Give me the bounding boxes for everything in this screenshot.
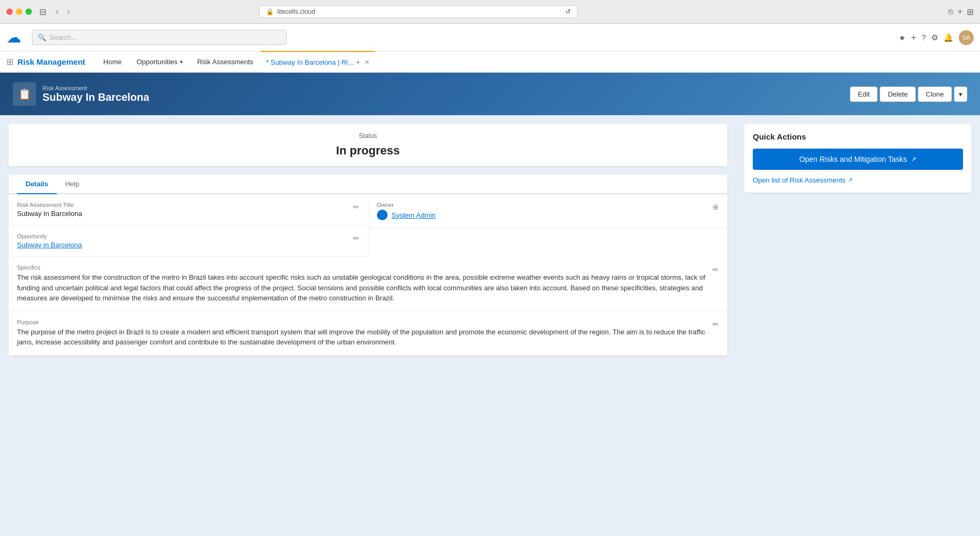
sidebar-toggle-button[interactable]: ⊟ [36, 6, 49, 18]
open-list-link[interactable]: Open list of Risk Assessments ↗ [753, 176, 963, 184]
setup-icon[interactable]: ⚙ [931, 33, 938, 42]
clone-button[interactable]: Clone [918, 87, 952, 102]
nav-opportunities-label: Opportunities [136, 58, 177, 66]
share-icon[interactable]: ⎋ [948, 7, 953, 16]
app-name: Risk Management [18, 57, 85, 66]
opportunities-chevron-icon: ▾ [180, 59, 183, 65]
opportunity-label: Opportunity [17, 233, 349, 239]
search-placeholder: Search... [49, 33, 77, 41]
shield-icon: 🔒 [266, 8, 274, 15]
risk-assessment-title-label: Risk Assessment Title [17, 202, 349, 208]
salesforce-logo: ☁ [6, 29, 21, 46]
field-owner: Owner 👤 System Admin ⊕ [368, 194, 728, 228]
status-card: Status In progress [8, 124, 727, 166]
help-icon[interactable]: ? [922, 33, 926, 42]
avatar[interactable]: SA [959, 30, 974, 45]
open-risks-label: Open Risks and Mitigation Tasks [800, 155, 907, 163]
active-tab-label: * Subway In Barcelona | Ri... [266, 58, 354, 66]
tab-help[interactable]: Help [57, 175, 88, 194]
owner-edit-icon[interactable]: ⊕ [712, 203, 719, 211]
owner-avatar: 👤 [377, 210, 388, 220]
add-icon[interactable]: + [911, 33, 916, 42]
status-label: Status [17, 132, 719, 140]
open-risks-button[interactable]: Open Risks and Mitigation Tasks ↗ [753, 149, 963, 170]
risk-assessment-title-value: Subway In Barcelona [17, 210, 349, 218]
tab-details[interactable]: Details [17, 175, 57, 194]
page-breadcrumb: Risk Assessment [42, 85, 149, 91]
search-icon: 🔍 [38, 33, 46, 41]
field-risk-assessment-title: Risk Assessment Title Subway In Barcelon… [8, 194, 368, 226]
edit-button[interactable]: Edit [850, 87, 878, 102]
details-body: Risk Assessment Title Subway In Barcelon… [8, 194, 727, 356]
risk-assessment-title-edit-icon[interactable]: ✏ [353, 203, 359, 211]
favorites-icon[interactable]: ★ [899, 33, 906, 42]
quick-actions-card: Quick Actions Open Risks and Mitigation … [744, 124, 972, 193]
quick-actions-title: Quick Actions [753, 132, 963, 141]
page-header-actions: Edit Delete Clone ▾ [850, 87, 967, 102]
active-tab[interactable]: * Subway In Barcelona | Ri... ▾ ✕ [261, 51, 375, 72]
app-launcher-icon[interactable]: ⊞ [6, 57, 13, 67]
owner-label: Owner [377, 202, 709, 208]
tabs-row: Details Help [8, 175, 727, 194]
page-header-left: 📋 Risk Assessment Subway In Barcelona [13, 82, 149, 106]
notifications-icon[interactable]: 🔔 [943, 33, 953, 42]
open-list-label: Open list of Risk Assessments [753, 176, 846, 184]
reload-icon[interactable]: ↺ [565, 8, 571, 15]
address-text: litecells.cloud [277, 8, 315, 15]
tab-chevron-icon[interactable]: ▾ [357, 59, 359, 65]
address-bar[interactable]: 🔒 litecells.cloud ↺ [259, 5, 578, 18]
search-bar[interactable]: 🔍 Search... [32, 30, 287, 45]
details-card: Details Help Risk Assessment Title Subwa… [8, 175, 727, 356]
purpose-value: The purpose of the metro project in Braz… [17, 327, 708, 348]
nav-home[interactable]: Home [96, 51, 130, 73]
owner-display: 👤 System Admin [377, 210, 709, 220]
opportunity-value[interactable]: Subway in Barcelona [17, 241, 349, 249]
nav-risk-assessments[interactable]: Risk Assessments [190, 51, 261, 73]
nav-home-label: Home [104, 58, 122, 66]
open-list-icon: ↗ [848, 177, 853, 184]
page-title: Subway In Barcelona [42, 91, 149, 103]
nav-opportunities[interactable]: Opportunities ▾ [129, 51, 190, 73]
tab-close-icon[interactable]: ✕ [365, 59, 369, 66]
opportunity-edit-icon[interactable]: ✏ [353, 234, 359, 243]
purpose-label: Purpose [17, 319, 708, 325]
back-button[interactable]: ‹ [54, 6, 61, 18]
new-tab-icon[interactable]: + [958, 7, 962, 16]
traffic-light-red[interactable] [6, 8, 13, 15]
status-value: In progress [17, 144, 719, 158]
field-opportunity: Opportunity Subway in Barcelona ✏ [8, 226, 368, 257]
specifics-edit-icon[interactable]: ✏ [712, 265, 719, 274]
more-actions-button[interactable]: ▾ [954, 87, 967, 102]
field-purpose: Purpose The purpose of the metro project… [8, 312, 727, 356]
nav-risk-assessments-label: Risk Assessments [197, 58, 253, 66]
traffic-light-green[interactable] [25, 8, 32, 15]
specifics-value: The risk assessment for the construction… [17, 272, 708, 304]
forward-button[interactable]: › [65, 6, 72, 18]
delete-button[interactable]: Delete [880, 87, 916, 102]
external-link-icon: ↗ [911, 155, 916, 163]
purpose-edit-icon[interactable]: ✏ [712, 320, 719, 328]
owner-value[interactable]: System Admin [392, 211, 436, 219]
specifics-label: Specifics [17, 264, 708, 271]
tabs-icon[interactable]: ⊞ [967, 7, 974, 17]
traffic-light-yellow[interactable] [16, 8, 22, 15]
page-icon: 📋 [13, 82, 36, 106]
field-specifics: Specifics The risk assessment for the co… [8, 257, 727, 312]
